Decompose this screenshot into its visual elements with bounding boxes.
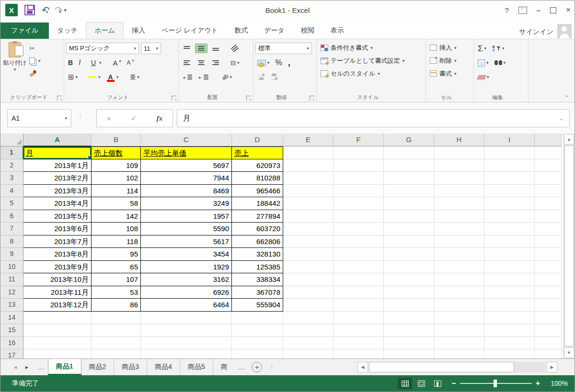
cell-C15[interactable] — [141, 324, 232, 337]
phonetic-guide-button[interactable]: 亜▾ — [128, 72, 141, 83]
align-middle-button[interactable] — [195, 44, 207, 53]
cell-I14[interactable] — [484, 312, 535, 325]
cell-H8[interactable] — [434, 235, 484, 248]
cell-X6[interactable] — [535, 210, 562, 223]
cell-G3[interactable] — [384, 172, 434, 185]
cell-E14[interactable] — [283, 312, 334, 325]
cell-D5[interactable]: 188442 — [232, 197, 283, 210]
column-header-F[interactable]: F — [334, 134, 384, 146]
vertical-scrollbar[interactable]: ▲ ▼ — [563, 134, 575, 358]
borders-button[interactable]: ⊞▾ — [66, 71, 80, 83]
cell-H6[interactable] — [434, 210, 484, 223]
copy-button[interactable]: ▾ — [27, 56, 43, 66]
ribbon-tab-1[interactable]: ファイル — [0, 22, 49, 39]
cell-H17[interactable] — [434, 349, 484, 358]
cell-H11[interactable] — [434, 273, 484, 286]
next-sheet-icon[interactable]: ▸ — [25, 364, 28, 370]
sheet-tab-5[interactable]: 商品5 — [180, 359, 213, 375]
cell-H2[interactable] — [434, 159, 484, 172]
number-format-select[interactable]: 標準▾ — [255, 43, 312, 54]
cell-H15[interactable] — [434, 324, 484, 337]
cell-E7[interactable] — [283, 223, 334, 235]
cell-A10[interactable]: 2013年9月 — [23, 261, 92, 274]
cell-I7[interactable] — [484, 223, 535, 235]
cell-X3[interactable] — [535, 172, 562, 185]
align-right-button[interactable] — [209, 58, 222, 67]
cell-H14[interactable] — [434, 312, 484, 325]
cell-I15[interactable] — [484, 324, 535, 337]
normal-view-button[interactable] — [398, 378, 412, 389]
ribbon-tab-2[interactable]: タッチ — [49, 22, 86, 39]
cell-G17[interactable] — [384, 349, 434, 358]
zoom-out-button[interactable]: − — [451, 379, 456, 388]
cell-B9[interactable]: 95 — [92, 248, 141, 261]
cell-B17[interactable] — [92, 349, 141, 358]
font-dialog-launcher-icon[interactable] — [172, 96, 176, 101]
cell-X13[interactable] — [535, 299, 562, 312]
cell-I4[interactable] — [484, 185, 535, 198]
cell-C9[interactable]: 3454 — [141, 248, 232, 261]
cell-C6[interactable]: 1957 — [141, 210, 232, 223]
cell-F14[interactable] — [334, 312, 384, 325]
cell-A7[interactable]: 2013年6月 — [23, 223, 92, 235]
cell-F7[interactable] — [334, 223, 384, 235]
cell-X8[interactable] — [535, 235, 562, 248]
cell-I8[interactable] — [484, 235, 535, 248]
row-header-1[interactable]: 1 — [0, 146, 23, 159]
increase-decimal-button[interactable]: ←.0.00 — [255, 72, 266, 82]
cell-H1[interactable] — [434, 146, 484, 159]
autosum-button[interactable]: Σ▾ — [476, 43, 488, 54]
fill-color-button[interactable]: ▾ — [86, 73, 103, 81]
cell-D13[interactable]: 555904 — [232, 299, 283, 312]
cell-E16[interactable] — [283, 337, 334, 350]
shrink-font-button[interactable]: A▾ — [125, 58, 136, 67]
ribbon-tab-5[interactable]: ページ レイアウト — [153, 22, 226, 39]
cell-I9[interactable] — [484, 248, 535, 261]
sheet-overflow-left[interactable]: ... — [35, 363, 48, 371]
cell-X17[interactable] — [535, 349, 562, 358]
format-cells-button[interactable]: 書式 ▾ — [428, 67, 472, 80]
cell-D2[interactable]: 620973 — [232, 159, 283, 172]
cell-B3[interactable]: 102 — [92, 172, 141, 185]
cell-C2[interactable]: 5697 — [141, 159, 232, 172]
row-header-6[interactable]: 6 — [0, 210, 23, 223]
cell-X1[interactable] — [535, 146, 562, 159]
cell-D10[interactable]: 125385 — [232, 261, 283, 274]
cell-X15[interactable] — [535, 324, 562, 337]
cell-A3[interactable]: 2013年2月 — [23, 172, 92, 185]
cell-E10[interactable] — [283, 261, 334, 274]
cell-I6[interactable] — [484, 210, 535, 223]
row-header-10[interactable]: 10 — [0, 261, 23, 274]
cell-A17[interactable] — [23, 349, 92, 358]
cell-D3[interactable]: 810288 — [232, 172, 283, 185]
cell-G9[interactable] — [384, 248, 434, 261]
cell-H13[interactable] — [434, 299, 484, 312]
sheet-tab-6[interactable]: 商 — [213, 359, 235, 375]
row-header-3[interactable]: 3 — [0, 172, 23, 185]
sign-in-link[interactable]: サインイン — [519, 28, 553, 36]
cell-F4[interactable] — [334, 185, 384, 198]
align-bottom-button[interactable] — [209, 44, 222, 53]
expand-formula-bar-icon[interactable]: ⌄ — [559, 115, 564, 122]
cell-X7[interactable] — [535, 223, 562, 235]
cell-F16[interactable] — [334, 337, 384, 350]
percent-style-button[interactable]: % — [274, 57, 284, 68]
cell-I11[interactable] — [484, 273, 535, 286]
cell-G7[interactable] — [384, 223, 434, 235]
cell-A5[interactable]: 2013年4月 — [23, 197, 92, 210]
row-header-2[interactable]: 2 — [0, 159, 23, 172]
row-header-14[interactable]: 14 — [0, 312, 23, 325]
ribbon-tab-7[interactable]: データ — [256, 22, 293, 39]
cell-I12[interactable] — [484, 286, 535, 299]
cell-A9[interactable]: 2013年8月 — [23, 248, 92, 261]
cell-B1[interactable]: 売上個数 — [92, 146, 141, 159]
column-header-A[interactable]: A — [23, 134, 92, 146]
cell-E3[interactable] — [283, 172, 334, 185]
cell-F15[interactable] — [334, 324, 384, 337]
cell-G16[interactable] — [384, 337, 434, 350]
cell-H7[interactable] — [434, 223, 484, 235]
cell-F10[interactable] — [334, 261, 384, 274]
cell-F1[interactable] — [334, 146, 384, 159]
cell-X16[interactable] — [535, 337, 562, 350]
cell-A8[interactable]: 2013年7月 — [23, 235, 92, 248]
